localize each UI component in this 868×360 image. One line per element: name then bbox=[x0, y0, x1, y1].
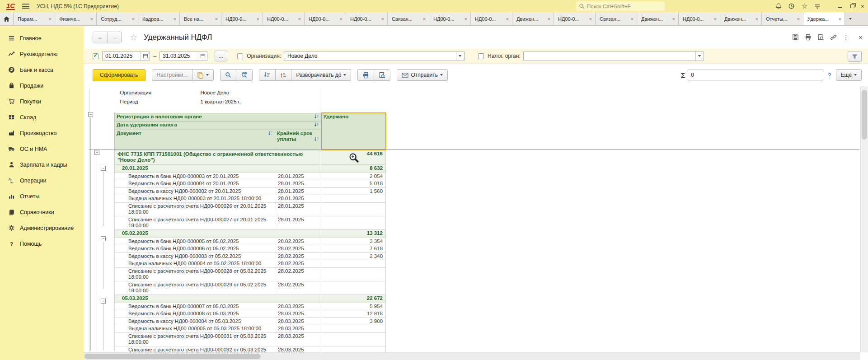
document-cell[interactable]: Ведомость в банк НД00-000003 от 20.01.20… bbox=[115, 173, 275, 180]
column-header-cell[interactable]: Регистрация в налоговом органе bbox=[115, 113, 321, 122]
collapse-groups-button[interactable] bbox=[259, 69, 275, 81]
sidebar-item[interactable]: ?Помощь bbox=[0, 236, 84, 252]
tab[interactable]: НД00-0...× bbox=[471, 12, 512, 25]
date-from-input[interactable] bbox=[103, 53, 141, 59]
document-cell[interactable]: Ведомость в кассу НД00-000003 от 05.02.2… bbox=[115, 252, 275, 260]
tab[interactable]: Удержа...× bbox=[803, 12, 845, 25]
amount-cell[interactable] bbox=[321, 216, 386, 229]
window-close-button[interactable]: × bbox=[861, 3, 864, 9]
document-cell[interactable]: Списание с расчетного счета НД00-000027 … bbox=[115, 216, 275, 229]
dropdown-button[interactable] bbox=[456, 51, 464, 61]
tab-close-icon[interactable]: × bbox=[381, 16, 384, 22]
tab[interactable]: Сотруд...× bbox=[97, 12, 138, 25]
tab[interactable]: НД00-0...× bbox=[554, 12, 596, 25]
tab[interactable]: НД00-0...× bbox=[305, 12, 346, 25]
amount-cell[interactable]: 3 900 bbox=[321, 318, 386, 325]
send-button[interactable]: Отправить bbox=[397, 69, 448, 81]
document-cell[interactable]: Ведомость в банк НД00-000004 от 20.01.20… bbox=[115, 180, 275, 188]
service-menu-icon[interactable] bbox=[814, 3, 821, 9]
restore-button[interactable] bbox=[849, 5, 854, 8]
tab-close-icon[interactable]: × bbox=[215, 16, 218, 22]
document-cell[interactable]: Списание с расчетного счета НД00-000026 … bbox=[115, 202, 275, 216]
period-variants-button[interactable]: ... bbox=[215, 51, 227, 61]
notifications-bell-icon[interactable] bbox=[775, 3, 782, 9]
preview-icon[interactable] bbox=[817, 34, 824, 41]
calendar-icon[interactable] bbox=[198, 51, 207, 61]
date-group-cell[interactable]: 20.01.2025 bbox=[115, 164, 321, 173]
document-cell[interactable]: Ведомость в банк НД00-000008 от 05.03.20… bbox=[115, 310, 275, 318]
home-tab[interactable] bbox=[0, 12, 14, 25]
tab[interactable]: Движен...× bbox=[512, 12, 554, 25]
tab-close-icon[interactable]: × bbox=[298, 16, 301, 22]
tab-close-icon[interactable]: × bbox=[90, 16, 93, 22]
tax-authority-combo[interactable] bbox=[523, 51, 704, 61]
sidebar-item[interactable]: Производство bbox=[0, 125, 84, 141]
date-group-cell[interactable]: 05.03.2025 bbox=[115, 295, 321, 303]
more-kebab-icon[interactable]: ⋮ bbox=[843, 34, 849, 41]
amount-cell[interactable]: 2 340 bbox=[321, 252, 386, 260]
tab[interactable]: Связан...× bbox=[596, 12, 637, 25]
collapse-group-button[interactable]: − bbox=[101, 236, 106, 241]
form-close-icon[interactable]: × bbox=[859, 33, 863, 41]
tab[interactable]: НД00-0...× bbox=[429, 12, 471, 25]
tab-close-icon[interactable]: × bbox=[797, 16, 800, 22]
due-date-cell[interactable]: 28.03.2025 bbox=[275, 310, 321, 318]
document-cell[interactable]: Ведомость в кассу НД00-000004 от 05.03.2… bbox=[115, 318, 275, 325]
date-from-field[interactable] bbox=[102, 51, 150, 61]
tab[interactable]: НД00-0...× bbox=[346, 12, 388, 25]
report-info-cell[interactable]: Период1 квартал 2025 г. bbox=[115, 98, 386, 107]
amount-cell[interactable] bbox=[321, 281, 386, 295]
tab-close-icon[interactable]: × bbox=[672, 16, 675, 22]
minimize-button[interactable] bbox=[838, 5, 842, 8]
sidebar-item[interactable]: Администрирование bbox=[0, 220, 84, 236]
due-date-cell[interactable]: 28.02.2025 bbox=[275, 238, 321, 245]
tab-close-icon[interactable]: × bbox=[548, 16, 550, 22]
sidebar-item[interactable]: Руководителю bbox=[0, 46, 84, 62]
tab[interactable]: Все на...× bbox=[180, 12, 221, 25]
back-button[interactable]: ← bbox=[93, 32, 107, 43]
due-date-cell[interactable]: 28.01.2025 bbox=[275, 173, 321, 180]
add-favorite-star-icon[interactable]: ☆ bbox=[130, 32, 137, 42]
amount-cell[interactable] bbox=[321, 195, 386, 203]
search-input[interactable] bbox=[587, 4, 659, 9]
main-menu-icon[interactable] bbox=[22, 3, 29, 10]
due-date-cell[interactable]: 28.03.2025 bbox=[275, 332, 321, 346]
due-date-cell[interactable]: 28.01.2025 bbox=[275, 187, 321, 195]
global-search[interactable] bbox=[576, 1, 665, 11]
tab-close-icon[interactable]: × bbox=[589, 16, 592, 22]
amount-cell[interactable]: 3 354 bbox=[321, 238, 386, 245]
report-table[interactable]: ОрганизацияНовое ДелоПериод1 квартал 202… bbox=[114, 89, 386, 360]
organization-checkbox[interactable] bbox=[237, 53, 243, 59]
date-total-cell[interactable]: 13 312 bbox=[321, 229, 386, 238]
help-button[interactable]: ? bbox=[828, 72, 831, 79]
document-cell[interactable]: Ведомость в кассу НД00-000002 от 20.01.2… bbox=[115, 187, 275, 195]
date-total-cell[interactable]: 22 672 bbox=[321, 295, 386, 303]
due-date-cell[interactable]: 28.02.2025 bbox=[275, 281, 321, 295]
tab[interactable]: Парам...× bbox=[14, 12, 55, 25]
sidebar-item[interactable]: Зарплата и кадры bbox=[0, 157, 84, 173]
sidebar-item[interactable]: Продажи bbox=[0, 78, 84, 94]
collapse-group-button[interactable]: − bbox=[88, 112, 93, 117]
tab[interactable]: Движен...× bbox=[637, 12, 679, 25]
amount-cell[interactable] bbox=[321, 267, 386, 281]
due-date-cell[interactable]: 28.03.2025 bbox=[275, 325, 321, 333]
amount-cell[interactable]: 1 560 bbox=[321, 187, 386, 195]
column-header-cell[interactable]: Документ bbox=[115, 130, 275, 150]
horizontal-scrollbar[interactable] bbox=[84, 352, 860, 360]
sidebar-item[interactable]: ДтКтОперации bbox=[0, 173, 84, 188]
document-cell[interactable]: Выдача наличных НД00-000004 от 05.02.202… bbox=[115, 260, 275, 268]
sidebar-item[interactable]: Покупки bbox=[0, 94, 84, 109]
collapse-group-button[interactable]: − bbox=[101, 166, 106, 171]
amount-cell[interactable]: 2 054 bbox=[321, 173, 386, 180]
due-date-cell[interactable]: 28.01.2025 bbox=[275, 202, 321, 216]
document-cell[interactable]: Ведомость в банк НД00-000006 от 05.02.20… bbox=[115, 245, 275, 253]
due-date-cell[interactable]: 28.02.2025 bbox=[275, 245, 321, 253]
print-icon[interactable] bbox=[805, 34, 812, 41]
forward-button[interactable]: → bbox=[107, 32, 121, 43]
sidebar-item[interactable]: Главное bbox=[0, 30, 84, 46]
due-date-cell[interactable]: 28.01.2025 bbox=[275, 180, 321, 188]
date-group-cell[interactable]: 05.02.2025 bbox=[115, 229, 321, 238]
report-variants-button[interactable] bbox=[192, 69, 214, 81]
document-cell[interactable]: Списание с расчетного счета НД00-000029 … bbox=[115, 281, 275, 295]
print-button[interactable] bbox=[357, 69, 374, 81]
